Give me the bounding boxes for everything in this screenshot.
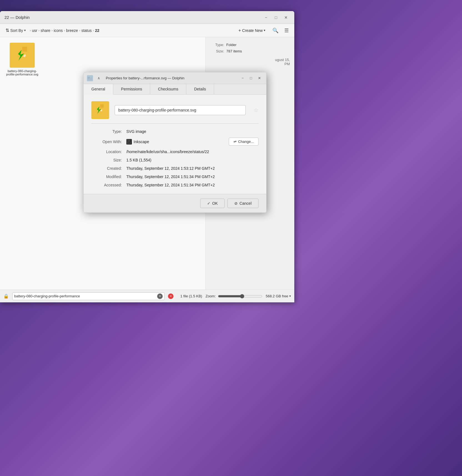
breadcrumb-icons[interactable]: icons — [54, 28, 63, 33]
dialog-location-value: /home/nate/kde/usr/sha...icons/breeze/st… — [126, 150, 258, 154]
plus-icon: + — [238, 28, 241, 33]
tab-checksums-label: Checksums — [158, 87, 178, 91]
dialog-info-grid: Type: SVG image Open With: Inkscape ⇌ Ch… — [91, 129, 258, 187]
cancel-button[interactable]: ⊘ Cancel — [227, 199, 258, 208]
close-button[interactable]: ✕ — [282, 14, 290, 21]
properties-dialog: ∧ Properties for battery-...rformance.sv… — [83, 72, 267, 213]
create-new-label: Create New — [242, 28, 263, 33]
dialog-filename-input[interactable] — [115, 105, 246, 115]
breadcrumb-breeze[interactable]: breeze — [66, 28, 78, 33]
breadcrumb-usr[interactable]: usr — [32, 28, 37, 33]
dialog-type-row: Type: SVG image — [91, 129, 258, 134]
dialog-open-with-row: Open With: Inkscape ⇌ Change... — [91, 138, 258, 146]
sort-arrows-icon: ⇅ — [6, 28, 9, 33]
dialog-size-value: 1.5 KB (1,554) — [126, 158, 258, 162]
breadcrumb-sep-5: › — [93, 29, 94, 32]
maximize-button[interactable]: □ — [272, 14, 280, 21]
search-button[interactable]: 🔍 — [271, 26, 280, 35]
dialog-size-row: Size: 1.5 KB (1,554) — [91, 158, 258, 162]
file-svg-icon — [12, 45, 32, 65]
tab-permissions-label: Permissions — [121, 87, 142, 91]
dialog-modified-value: Thursday, September 12, 2024 1:51:34 PM … — [126, 174, 258, 179]
titlebar-controls: − □ ✕ — [262, 14, 290, 21]
dialog-location-row: Location: /home/nate/kde/usr/sha...icons… — [91, 150, 258, 154]
dialog-modified-label: Modified: — [91, 174, 122, 179]
tab-general-label: General — [91, 87, 105, 91]
free-space-chevron-icon: ▾ — [289, 294, 291, 298]
create-new-chevron-icon: ▾ — [264, 29, 265, 32]
dialog-open-with-app: Inkscape — [134, 140, 229, 144]
dialog-size-label: Size: — [91, 158, 122, 162]
hamburger-menu-button[interactable]: ☰ — [282, 26, 291, 35]
dialog-close-button[interactable]: ✕ — [256, 75, 263, 82]
dialog-type-value: SVG image — [126, 129, 258, 134]
tab-details[interactable]: Details — [186, 84, 214, 94]
tab-details-label: Details — [194, 87, 206, 91]
breadcrumb-share[interactable]: share — [41, 28, 50, 33]
info-type-value: Folder — [226, 43, 237, 47]
dialog-expand-button[interactable]: ∧ — [95, 75, 102, 82]
svg-rect-1 — [22, 47, 27, 52]
free-space: 568.2 GB free ▾ — [266, 294, 291, 298]
search-clear-button[interactable]: ✕ — [157, 293, 163, 299]
dialog-location-label: Location: — [91, 150, 122, 154]
tab-checksums[interactable]: Checksums — [150, 84, 186, 94]
info-size-row: Size: 787 items — [210, 49, 290, 53]
inkscape-icon — [126, 139, 132, 145]
sort-chevron-icon: ▾ — [24, 29, 26, 32]
zoom-slider[interactable] — [218, 294, 262, 298]
free-space-value: 568.2 GB free — [266, 294, 288, 298]
change-icon: ⇌ — [233, 140, 237, 144]
dialog-accessed-label: Accessed: — [91, 183, 122, 187]
dialog-maximize-button[interactable]: □ — [247, 75, 255, 82]
dialog-star-icon[interactable]: ☆ — [253, 107, 258, 113]
toolbar-right: + Create New ▾ 🔍 ☰ — [235, 26, 291, 35]
search-bar-wrapper: battery-080-charging-profile-performance… — [12, 292, 165, 300]
dialog-created-label: Created: — [91, 166, 122, 171]
lock-icon: 🔒 — [3, 293, 9, 299]
breadcrumb-sep-3: › — [64, 29, 65, 32]
dialog-modified-row: Modified: Thursday, September 12, 2024 1… — [91, 174, 258, 179]
svg-rect-4 — [88, 77, 89, 78]
breadcrumb-sep-1: › — [38, 29, 39, 32]
breadcrumb-sep-0: › — [30, 29, 31, 32]
cancel-circle-icon: ⊘ — [234, 201, 238, 206]
breadcrumb-sep-4: › — [79, 29, 80, 32]
statusbar-file-count: 1 file (1.5 KB) — [180, 294, 202, 298]
info-type-label: Type: — [210, 43, 224, 47]
minimize-button[interactable]: − — [262, 14, 270, 21]
dialog-titlebar-controls: − □ ✕ — [239, 75, 263, 82]
tab-permissions[interactable]: Permissions — [113, 84, 150, 94]
statusbar-search-text: battery-080-charging-profile-performance — [14, 294, 154, 298]
tab-general[interactable]: General — [84, 84, 113, 95]
cancel-label: Cancel — [239, 201, 252, 206]
folder-icon — [88, 76, 92, 80]
dolphin-statusbar: 🔒 battery-080-charging-profile-performan… — [0, 290, 294, 302]
dialog-accessed-value: Thursday, September 12, 2024 1:51:34 PM … — [126, 183, 258, 187]
dialog-open-with-label: Open With: — [91, 140, 122, 144]
ok-button[interactable]: ✓ OK — [200, 199, 225, 208]
dolphin-title: 22 — Dolphin — [4, 15, 30, 20]
sort-by-button[interactable]: ⇅ Sort By ▾ — [3, 27, 28, 34]
ok-checkmark-icon: ✓ — [207, 201, 210, 206]
info-size-value: 787 items — [226, 49, 242, 53]
dialog-minimize-button[interactable]: − — [239, 75, 246, 82]
dialog-open-with-content: Inkscape ⇌ Change... — [126, 138, 258, 146]
dialog-file-svg — [94, 103, 107, 117]
file-icon-image — [10, 43, 35, 68]
breadcrumb-22[interactable]: 22 — [95, 28, 99, 33]
dialog-created-row: Created: Thursday, September 12, 2024 1:… — [91, 166, 258, 171]
dialog-title: Properties for battery-...rformance.svg … — [106, 76, 237, 80]
svg-rect-6 — [100, 104, 104, 108]
zoom-label: Zoom: — [205, 294, 216, 298]
ok-label: OK — [212, 201, 218, 206]
zoom-area: Zoom: — [205, 294, 262, 298]
dialog-created-value: Thursday, September 12, 2024 1:53:12 PM … — [126, 166, 258, 171]
create-new-button[interactable]: + Create New ▾ — [235, 26, 269, 35]
search-close-button[interactable]: ✕ — [168, 293, 174, 299]
file-icon-item[interactable]: battery-080-charging-profile-performance… — [6, 43, 39, 76]
change-app-button[interactable]: ⇌ Change... — [229, 138, 258, 146]
dialog-general-content: ☆ Type: SVG image Open With: Inkscape — [84, 95, 266, 194]
dialog-expand-controls: ∧ — [95, 75, 102, 82]
breadcrumb-status[interactable]: status — [81, 28, 92, 33]
